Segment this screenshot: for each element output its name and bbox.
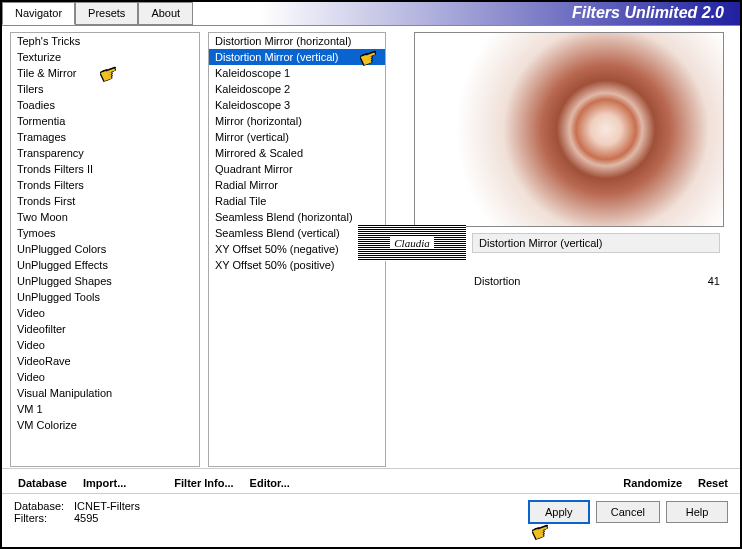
list-item[interactable]: UnPlugged Shapes <box>11 273 199 289</box>
category-list[interactable]: Teph's TricksTexturizeTile & MirrorTiler… <box>10 32 200 467</box>
list-item[interactable]: Visual Manipulation <box>11 385 199 401</box>
list-item[interactable]: Kaleidoscope 1 <box>209 65 385 81</box>
help-button[interactable]: Help <box>666 501 728 523</box>
list-item[interactable]: UnPlugged Tools <box>11 289 199 305</box>
list-item[interactable]: Video <box>11 305 199 321</box>
list-item[interactable]: Mirror (vertical) <box>209 129 385 145</box>
list-item[interactable]: Kaleidoscope 3 <box>209 97 385 113</box>
database-button[interactable]: Database <box>18 477 67 489</box>
tab-about[interactable]: About <box>138 2 193 25</box>
list-item[interactable]: Mirrored & Scaled <box>209 145 385 161</box>
list-item[interactable]: Tymoes <box>11 225 199 241</box>
list-item[interactable]: Texturize <box>11 49 199 65</box>
list-item[interactable]: Radial Tile <box>209 193 385 209</box>
list-item[interactable]: Tilers <box>11 81 199 97</box>
list-item[interactable]: Videofilter <box>11 321 199 337</box>
list-item[interactable]: Two Moon <box>11 209 199 225</box>
list-item[interactable]: Quadrant Mirror <box>209 161 385 177</box>
list-item[interactable]: Transparency <box>11 145 199 161</box>
list-item[interactable]: VM Colorize <box>11 417 199 433</box>
param-label: Distortion <box>474 275 520 287</box>
list-item[interactable]: Teph's Tricks <box>11 33 199 49</box>
list-item[interactable]: Seamless Blend (horizontal) <box>209 209 385 225</box>
watermark-text: Claudia <box>390 237 433 249</box>
list-item[interactable]: Distortion Mirror (vertical) <box>209 49 385 65</box>
list-item[interactable]: Kaleidoscope 2 <box>209 81 385 97</box>
list-item[interactable]: Radial Mirror <box>209 177 385 193</box>
list-item[interactable]: Tronds First <box>11 193 199 209</box>
filter-info-button[interactable]: Filter Info... <box>174 477 233 489</box>
watermark-logo: Claudia <box>358 225 466 261</box>
import-button[interactable]: Import... <box>83 477 126 489</box>
list-item[interactable]: Distortion Mirror (horizontal) <box>209 33 385 49</box>
list-item[interactable]: Tormentia <box>11 113 199 129</box>
list-item[interactable]: Tronds Filters <box>11 177 199 193</box>
list-item[interactable]: VideoRave <box>11 353 199 369</box>
randomize-button[interactable]: Randomize <box>623 477 682 489</box>
list-item[interactable]: Tile & Mirror <box>11 65 199 81</box>
app-title: Filters Unlimited 2.0 <box>572 2 740 25</box>
status-info: Database:ICNET-Filters Filters:4595 <box>14 500 140 524</box>
tab-presets[interactable]: Presets <box>75 2 138 25</box>
cancel-button[interactable]: Cancel <box>596 501 660 523</box>
list-item[interactable]: Video <box>11 337 199 353</box>
list-item[interactable]: Mirror (horizontal) <box>209 113 385 129</box>
list-item[interactable]: Tronds Filters II <box>11 161 199 177</box>
editor-button[interactable]: Editor... <box>250 477 290 489</box>
list-item[interactable]: Toadies <box>11 97 199 113</box>
reset-button[interactable]: Reset <box>698 477 728 489</box>
list-item[interactable]: Video <box>11 369 199 385</box>
list-item[interactable]: Tramages <box>11 129 199 145</box>
list-item[interactable]: UnPlugged Effects <box>11 257 199 273</box>
tab-navigator[interactable]: Navigator <box>2 2 75 25</box>
param-value[interactable]: 41 <box>708 275 720 287</box>
apply-button[interactable]: Apply <box>528 500 590 524</box>
list-item[interactable]: VM 1 <box>11 401 199 417</box>
filter-name-field: Distortion Mirror (vertical) <box>472 233 720 253</box>
list-item[interactable]: UnPlugged Colors <box>11 241 199 257</box>
preview-image <box>414 32 724 227</box>
